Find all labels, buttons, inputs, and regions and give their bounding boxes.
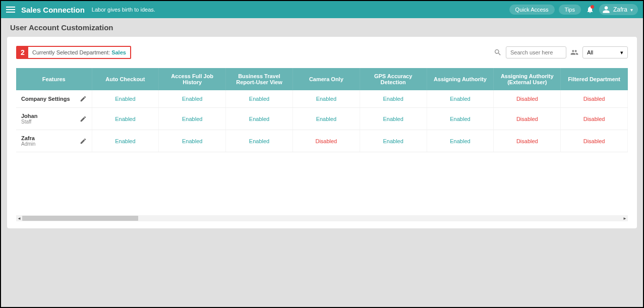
callout-number: 2: [17, 47, 28, 58]
scroll-track[interactable]: [22, 216, 622, 221]
row-role: Staff: [21, 119, 37, 125]
user-filter-icon[interactable]: [570, 48, 578, 56]
username: Zafra: [613, 6, 627, 13]
notification-dot: [591, 5, 594, 9]
column-header: Auto Checkout: [92, 68, 159, 90]
status-cell[interactable]: Enabled: [92, 130, 159, 152]
scroll-left-arrow[interactable]: ◄: [16, 215, 22, 221]
column-header: Features: [16, 68, 92, 90]
filter-row: 2 Currently Selected Department: Sales A…: [16, 46, 628, 59]
column-header: Access Full Job History: [159, 68, 226, 90]
status-cell[interactable]: Enabled: [159, 90, 226, 108]
status-cell[interactable]: Enabled: [92, 90, 159, 108]
bell-icon[interactable]: [585, 5, 595, 15]
hamburger-icon[interactable]: [6, 5, 15, 14]
callout-text: Currently Selected Department: Sales: [28, 49, 130, 55]
column-header: Assigning Authority (External User): [494, 68, 561, 90]
table-row: Company SettingsEnabledEnabledEnabledEna…: [16, 90, 628, 108]
table-row: JohanStaffEnabledEnabledEnabledEnabledEn…: [16, 108, 628, 130]
column-header: Assigning Authority: [427, 68, 494, 90]
status-cell[interactable]: Disabled: [561, 108, 628, 130]
search-icon[interactable]: [494, 48, 502, 56]
status-cell[interactable]: Enabled: [360, 108, 427, 130]
status-cell[interactable]: Disabled: [561, 90, 628, 108]
status-cell[interactable]: Enabled: [226, 108, 293, 130]
status-cell[interactable]: Enabled: [292, 108, 360, 130]
scroll-right-arrow[interactable]: ►: [622, 215, 628, 221]
filter-select[interactable]: All ▾: [582, 46, 628, 58]
column-header: Business Travel Report-User View: [226, 68, 293, 90]
feature-cell: JohanStaff: [19, 113, 89, 125]
horizontal-scrollbar[interactable]: ◄ ►: [16, 215, 628, 221]
brand-title: Sales Connection: [21, 6, 85, 14]
top-bar: Sales Connection Labor gives birth to id…: [1, 1, 643, 18]
status-cell[interactable]: Enabled: [427, 130, 494, 152]
scroll-thumb[interactable]: [22, 216, 138, 221]
row-name: Company Settings: [21, 96, 70, 102]
status-cell[interactable]: Enabled: [226, 130, 293, 152]
selected-department: Sales: [111, 49, 126, 55]
status-cell[interactable]: Enabled: [292, 90, 360, 108]
status-cell[interactable]: Disabled: [494, 108, 561, 130]
row-name: Zafra: [21, 135, 35, 141]
column-header: GPS Accuracy Detection: [360, 68, 427, 90]
status-cell[interactable]: Disabled: [494, 90, 561, 108]
page-title: User Account Customization: [1, 18, 643, 35]
status-cell[interactable]: Enabled: [360, 90, 427, 108]
department-callout: 2 Currently Selected Department: Sales: [16, 46, 131, 59]
status-cell[interactable]: Disabled: [494, 130, 561, 152]
column-header: Camera Only: [292, 68, 360, 90]
edit-icon[interactable]: [80, 115, 87, 122]
status-cell[interactable]: Enabled: [427, 90, 494, 108]
tips-button[interactable]: Tips: [559, 5, 581, 15]
status-cell[interactable]: Enabled: [159, 108, 226, 130]
search-input[interactable]: [506, 46, 566, 58]
edit-icon[interactable]: [80, 95, 87, 102]
avatar-icon: [602, 6, 610, 14]
chevron-down-icon: ▾: [620, 49, 623, 56]
column-header: Filtered Department: [561, 68, 628, 90]
status-cell[interactable]: Enabled: [92, 108, 159, 130]
table-wrap: FeaturesAuto CheckoutAccess Full Job His…: [16, 68, 628, 152]
main-card: 2 Currently Selected Department: Sales A…: [7, 37, 637, 228]
quick-access-button[interactable]: Quick Access: [509, 5, 555, 15]
status-cell[interactable]: Disabled: [292, 130, 360, 152]
edit-icon[interactable]: [80, 138, 87, 145]
row-name: Johan: [21, 113, 37, 119]
tagline: Labor gives birth to ideas.: [92, 7, 155, 13]
status-cell[interactable]: Enabled: [427, 108, 494, 130]
feature-cell: Company Settings: [19, 95, 89, 102]
chevron-down-icon: ▾: [630, 7, 633, 13]
feature-cell: ZafraAdmin: [19, 135, 89, 147]
row-role: Admin: [21, 141, 35, 147]
status-cell[interactable]: Enabled: [360, 130, 427, 152]
features-table: FeaturesAuto CheckoutAccess Full Job His…: [16, 68, 628, 152]
user-menu[interactable]: Zafra ▾: [599, 4, 638, 15]
status-cell[interactable]: Enabled: [226, 90, 293, 108]
status-cell[interactable]: Enabled: [159, 130, 226, 152]
table-row: ZafraAdminEnabledEnabledEnabledDisabledE…: [16, 130, 628, 152]
status-cell[interactable]: Disabled: [561, 130, 628, 152]
